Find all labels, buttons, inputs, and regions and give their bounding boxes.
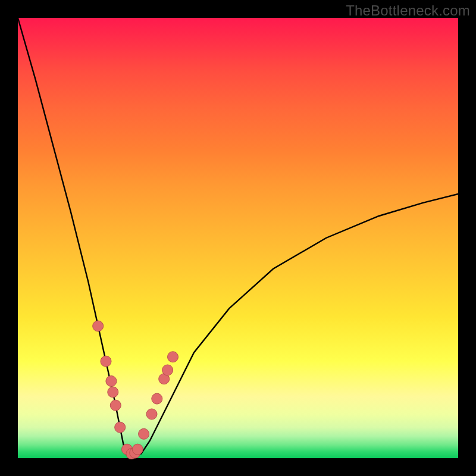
- marker-dot: [110, 400, 121, 411]
- watermark-text: TheBottleneck.com: [346, 2, 470, 19]
- marker-group: [93, 321, 178, 459]
- marker-dot: [93, 321, 104, 331]
- marker-dot: [106, 376, 117, 387]
- plot-area: [18, 18, 458, 458]
- chart-frame: TheBottleneck.com: [0, 0, 476, 476]
- curve-path: [18, 18, 458, 454]
- marker-dot: [139, 428, 149, 439]
- marker-dot: [162, 365, 173, 375]
- marker-dot: [101, 356, 111, 367]
- bottleneck-curve: [18, 18, 458, 454]
- marker-dot: [108, 387, 118, 397]
- curve-layer: [18, 18, 458, 458]
- marker-dot: [146, 409, 157, 419]
- marker-dot: [152, 393, 162, 404]
- marker-dot: [115, 422, 126, 433]
- marker-dot: [168, 352, 178, 362]
- marker-dot: [132, 444, 143, 455]
